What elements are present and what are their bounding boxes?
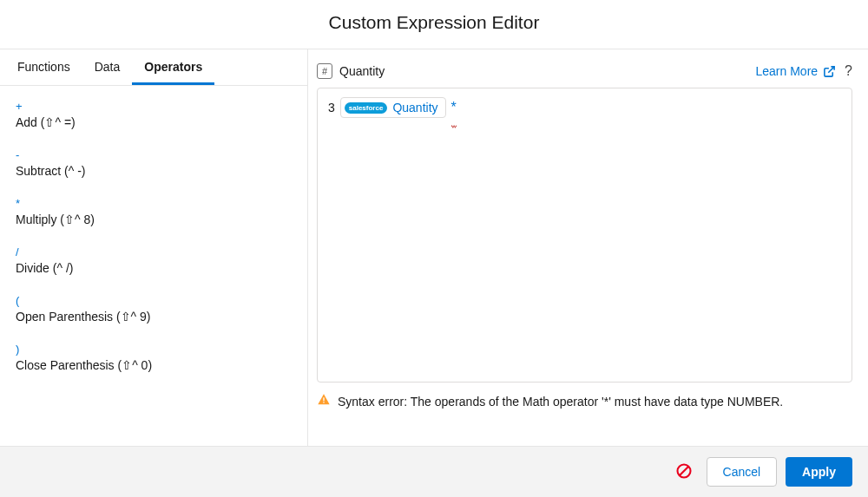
- operator-label: Close Parenthesis (⇧^ 0): [16, 358, 292, 372]
- field-header: # Quantity Learn More ?: [308, 58, 852, 88]
- right-panel: # Quantity Learn More ? 3 salesforce Qua…: [308, 49, 868, 446]
- external-link-icon: [823, 65, 836, 78]
- operator-label: Add (⇧^ =): [16, 115, 292, 129]
- operator-symbol: /: [16, 245, 292, 258]
- svg-line-0: [828, 66, 834, 72]
- invalid-icon: [675, 462, 693, 482]
- help-icon[interactable]: ?: [845, 63, 852, 79]
- error-underline-icon: [451, 116, 457, 120]
- operator-label: Divide (^ /): [16, 261, 292, 275]
- operator-add[interactable]: + Add (⇧^ =): [0, 91, 307, 140]
- pill-label: Quantity: [392, 101, 437, 114]
- svg-rect-2: [323, 402, 324, 402]
- number-type-icon: #: [317, 63, 332, 79]
- tab-functions[interactable]: Functions: [5, 49, 82, 85]
- footer: Cancel Apply: [0, 446, 868, 497]
- svg-line-4: [680, 467, 688, 475]
- operator-symbol: +: [16, 100, 292, 113]
- field-pill-quantity[interactable]: salesforce Quantity: [340, 97, 446, 118]
- operator-symbol: *: [16, 197, 292, 210]
- tab-data[interactable]: Data: [82, 49, 133, 85]
- expression-editor[interactable]: 3 salesforce Quantity *: [317, 88, 852, 383]
- main-content: Functions Data Operators + Add (⇧^ =) - …: [0, 49, 868, 446]
- operator-subtract[interactable]: - Subtract (^ -): [0, 140, 307, 188]
- apply-button[interactable]: Apply: [786, 457, 852, 487]
- operator-multiply[interactable]: * Multiply (⇧^ 8): [0, 188, 307, 237]
- salesforce-badge-icon: salesforce: [345, 102, 388, 114]
- cancel-button[interactable]: Cancel: [707, 457, 778, 487]
- operator-label: Subtract (^ -): [16, 164, 292, 178]
- learn-more-label: Learn More: [756, 64, 819, 78]
- svg-rect-1: [323, 397, 324, 401]
- syntax-error-message: Syntax error: The operands of the Math o…: [308, 383, 852, 420]
- learn-more-link[interactable]: Learn More: [756, 64, 837, 78]
- operator-close-paren[interactable]: ) Close Parenthesis (⇧^ 0): [0, 334, 307, 383]
- error-text: Syntax error: The operands of the Math o…: [338, 395, 783, 409]
- operator-divide[interactable]: / Divide (^ /): [0, 237, 307, 285]
- operator-label: Multiply (⇧^ 8): [16, 213, 292, 226]
- operator-symbol: (: [16, 294, 292, 307]
- warning-icon: [317, 393, 331, 409]
- operator-symbol: ): [16, 343, 292, 356]
- tabs: Functions Data Operators: [0, 49, 307, 86]
- left-panel: Functions Data Operators + Add (⇧^ =) - …: [0, 49, 308, 446]
- page-title: Custom Expression Editor: [0, 0, 868, 49]
- operator-text: *: [451, 100, 457, 114]
- operator-list: + Add (⇧^ =) - Subtract (^ -) * Multiply…: [0, 86, 307, 388]
- operator-open-paren[interactable]: ( Open Parenthesis (⇧^ 9): [0, 285, 307, 334]
- operator-label: Open Parenthesis (⇧^ 9): [16, 310, 292, 324]
- operator-symbol: -: [16, 148, 292, 161]
- expression-literal[interactable]: 3: [328, 101, 335, 114]
- expression-tokens: 3 salesforce Quantity *: [328, 97, 841, 118]
- tab-operators[interactable]: Operators: [132, 49, 214, 85]
- field-name: Quantity: [339, 64, 756, 78]
- expression-operator[interactable]: *: [451, 100, 457, 115]
